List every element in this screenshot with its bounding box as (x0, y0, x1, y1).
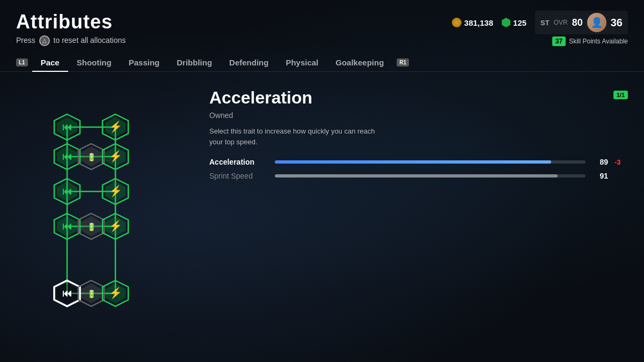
node-r1-right[interactable]: ⚡ (101, 143, 129, 171)
tab-passing[interactable]: Passing (120, 54, 169, 71)
stat-row-acceleration: Acceleration 89 -3 (209, 158, 628, 166)
tokens-display: 125 (502, 18, 526, 27)
node-r2-right[interactable]: ⚡ (101, 178, 129, 205)
owned-label: Owned (209, 111, 628, 120)
nav-tabs: L1 Pace Shooting Passing Dribbling Defen… (0, 46, 644, 72)
l1-badge: L1 (16, 58, 28, 67)
svg-text:⚡: ⚡ (109, 120, 122, 133)
tokens-value: 125 (513, 18, 526, 27)
svg-text:🔋: 🔋 (87, 223, 97, 232)
skill-tree: ⏮ ⚡ ⏮ (16, 83, 188, 337)
r1-badge: R1 (397, 58, 409, 67)
svg-text:⏮: ⏮ (62, 151, 72, 162)
trait-title: Acceleration (209, 88, 312, 108)
tab-defending[interactable]: Defending (221, 54, 277, 71)
trait-description: Select this trait to increase how quickl… (209, 126, 381, 147)
node-r2-left[interactable]: ⏮ (53, 178, 81, 205)
ovr-value: 80 (572, 17, 583, 28)
main-area: ⏮ ⚡ ⏮ (0, 72, 644, 348)
player-age: 36 (611, 17, 623, 29)
stat-value-acceleration: 89 (592, 158, 608, 166)
tab-pace[interactable]: Pace (32, 54, 68, 71)
page-title: Attributes (16, 11, 126, 33)
svg-text:⏮: ⏮ (62, 186, 72, 197)
coins-display: 381,138 (452, 18, 493, 27)
coins-value: 381,138 (464, 18, 493, 27)
node-r0-right[interactable]: ⚡ (101, 113, 129, 141)
stat-label-sprint: Sprint Speed (209, 172, 268, 180)
subtitle: Press △ to reset all allocations (16, 35, 126, 46)
svg-text:⏮: ⏮ (62, 288, 72, 299)
shield-icon (502, 18, 510, 27)
subtitle-pre: Press (16, 36, 35, 45)
coin-icon (452, 18, 462, 27)
title-section: Attributes Press △ to reset all allocati… (16, 11, 126, 46)
skill-points-label: Skill Points Available (569, 38, 628, 45)
svg-text:⚡: ⚡ (109, 219, 122, 232)
stat-bar-acceleration (275, 160, 586, 164)
stat-bar-sprint (275, 174, 586, 178)
subtitle-post: to reset all allocations (54, 36, 126, 45)
node-r4-right[interactable]: ⚡ (101, 279, 129, 307)
svg-text:⚡: ⚡ (109, 150, 122, 162)
svg-text:🔋: 🔋 (87, 153, 97, 162)
stat-bar-fill-acceleration (275, 160, 551, 164)
stat-label-acceleration: Acceleration (209, 158, 268, 166)
stat-row-sprint: Sprint Speed 91 (209, 172, 628, 180)
svg-text:⏮: ⏮ (62, 122, 72, 132)
svg-text:⏮: ⏮ (62, 221, 72, 232)
stats-bar: 381,138 125 ST OVR 80 👤 36 (452, 11, 628, 34)
stat-delta-acceleration: -3 (614, 158, 628, 166)
hud-right: 381,138 125 ST OVR 80 👤 36 37 Skill Poin… (452, 11, 628, 46)
node-r3-right[interactable]: ⚡ (101, 212, 129, 240)
tab-shooting[interactable]: Shooting (68, 54, 120, 71)
triangle-button: △ (39, 35, 50, 46)
stat-bar-fill-sprint (275, 174, 558, 178)
skill-points-badge: 37 (552, 36, 566, 46)
tree-container: ⏮ ⚡ ⏮ (48, 108, 156, 312)
skill-points-row: 37 Skill Points Available (452, 36, 628, 46)
tab-physical[interactable]: Physical (277, 54, 327, 71)
trait-badge: 1/1 (613, 91, 628, 99)
header: Attributes Press △ to reset all allocati… (0, 0, 644, 46)
svg-text:🔋: 🔋 (87, 290, 97, 299)
ovr-label: OVR (554, 19, 568, 26)
player-info: ST OVR 80 👤 36 (535, 11, 628, 34)
main-content: Attributes Press △ to reset all allocati… (0, 0, 644, 362)
info-panel: Acceleration 1/1 Owned Select this trait… (209, 83, 628, 337)
node-r0-left[interactable]: ⏮ (53, 113, 81, 141)
svg-text:⚡: ⚡ (109, 286, 122, 299)
tab-dribbling[interactable]: Dribbling (168, 54, 221, 71)
stat-value-sprint: 91 (592, 172, 608, 180)
svg-text:⚡: ⚡ (109, 184, 122, 197)
tab-goalkeeping[interactable]: Goalkeeping (327, 54, 392, 71)
player-avatar: 👤 (587, 13, 606, 32)
position-badge: ST (540, 19, 550, 27)
